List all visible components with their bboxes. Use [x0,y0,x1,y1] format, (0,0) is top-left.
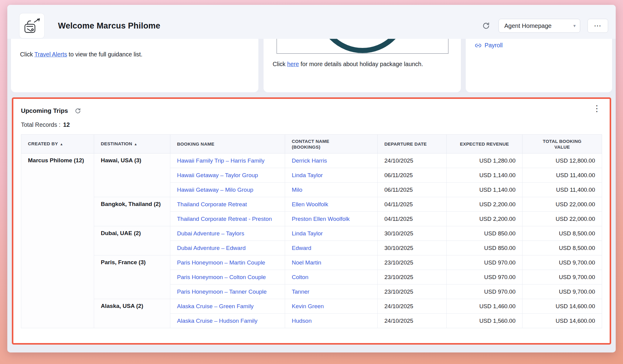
booking-link[interactable]: Alaska Cruise – Hudson Family [177,318,257,324]
booking-link[interactable]: Thailand Corporate Retreat [177,201,247,207]
expected-revenue-cell: USD 1,560.00 [447,314,523,328]
table-row: Dubai, UAE (2) Dubai Adventure – Taylors… [21,226,602,241]
col-total-booking-line1: TOTAL BOOKING [543,139,581,144]
total-records-value: 12 [63,121,70,128]
payroll-link[interactable]: Payroll [485,42,503,49]
total-booking-cell: USD 22,000.00 [523,212,602,226]
table-row: Alaska, USA (2) Alaska Cruise – Green Fa… [21,299,602,314]
expected-revenue-cell: USD 1,140.00 [447,168,523,183]
destination-cell: Hawai, USA (3) [94,153,170,197]
travel-alerts-link[interactable]: Travel Alerts [34,51,67,58]
booking-name-cell: Paris Honeymoon – Tanner Couple [170,285,285,299]
created-by-cell: Marcus Philome (12) [21,153,94,328]
booking-link[interactable]: Hawaii Getaway – Taylor Group [177,172,258,178]
booking-link[interactable]: Paris Honeymoon – Martin Couple [177,259,265,266]
total-booking-cell: USD 8,500.00 [523,226,602,241]
travel-alerts-text: Click Travel Alerts to view the full gui… [20,51,142,58]
page-title: Welcome Marcus Philome [58,21,160,31]
departure-date-cell: 23/10/2025 [378,255,447,270]
refresh-icon [482,22,490,30]
contact-link[interactable]: Linda Taylor [292,230,323,237]
link-icon [475,42,482,49]
contact-name-cell: Milo [285,183,378,197]
app-header: Welcome Marcus Philome Agent Homepage ▾ … [7,5,616,39]
payroll-row: Payroll [475,42,503,49]
departure-date-cell: 04/11/2025 [378,212,447,226]
expected-revenue-cell: USD 2,200.00 [447,197,523,212]
col-destination[interactable]: DESTINATION▲ [94,135,170,153]
departure-date-cell: 30/10/2025 [378,241,447,255]
col-total-booking-line2: VALUE [554,144,570,150]
holiday-package-text: Click here for more details about holida… [273,61,423,68]
booking-link[interactable]: Paris Honeymoon – Tanner Couple [177,288,267,295]
total-booking-cell: USD 9,700.00 [523,255,602,270]
col-total-booking-value[interactable]: TOTAL BOOKING VALUE [523,135,602,153]
holiday-text-before: Click [273,61,287,67]
travel-alerts-text-after: to view the full guidance list. [67,51,142,58]
booking-name-cell: Hawaii Getaway – Taylor Group [170,168,285,183]
sort-asc-icon: ▲ [60,142,63,146]
booking-link[interactable]: Hawaii Getaway – Milo Group [177,187,253,193]
table-row: Marcus Philome (12) Hawai, USA (3) Hawai… [21,153,602,168]
booking-link[interactable]: Dubai Adventure – Taylors [177,230,244,237]
total-booking-cell: USD 12,800.00 [523,153,602,168]
col-expected-revenue[interactable]: EXPECTED REVENUE [447,135,523,153]
refresh-icon [75,108,81,114]
kebab-icon: ⋮ [593,104,601,113]
booking-link[interactable]: Dubai Adventure – Edward [177,245,246,251]
contact-link[interactable]: Edward [292,245,311,251]
contact-name-cell: Edward [285,241,378,255]
more-options-button[interactable]: ⋯ [587,19,608,33]
booking-link[interactable]: Thailand Corporate Retreat - Preston [177,216,272,222]
booking-name-cell: Paris Honeymoon – Martin Couple [170,255,285,270]
col-booking-name[interactable]: BOOKING NAME [170,135,285,153]
booking-name-cell: Alaska Cruise – Green Family [170,299,285,314]
contact-name-cell: Colton [285,270,378,285]
contact-link[interactable]: Tanner [292,288,309,295]
expected-revenue-cell: USD 850.00 [447,226,523,241]
holiday-text-after: for more details about holiday package l… [299,61,423,67]
booking-link[interactable]: Hawaii Family Trip – Harris Family [177,157,264,164]
trips-refresh-button[interactable] [73,106,82,115]
holiday-chart-fragment [277,39,448,54]
expected-revenue-cell: USD 1,140.00 [447,183,523,197]
homepage-dropdown-value: Agent Homepage [504,22,552,29]
col-contact-name[interactable]: CONTACT NAME (BOOKINGS) [285,135,378,153]
contact-name-cell: Kevin Green [285,299,378,314]
total-booking-cell: USD 9,700.00 [523,285,602,299]
col-created-by[interactable]: CREATED BY▲ [21,135,94,153]
ellipsis-icon: ⋯ [594,22,602,30]
contact-link[interactable]: Milo [292,187,302,193]
homepage-dropdown[interactable]: Agent Homepage ▾ [499,19,580,33]
contact-name-cell: Hudson [285,314,378,328]
upcoming-trips-title: Upcoming Trips [21,107,68,114]
contact-link[interactable]: Noel Martin [292,259,321,266]
contact-link[interactable]: Ellen Woolfolk [292,201,328,207]
col-destination-label: DESTINATION [101,141,132,146]
contact-link[interactable]: Colton [292,274,308,280]
contact-link[interactable]: Hudson [292,318,312,324]
refresh-button[interactable] [481,21,491,31]
contact-name-cell: Tanner [285,285,378,299]
departure-date-cell: 24/10/2025 [378,314,447,328]
contact-link[interactable]: Kevin Green [292,303,324,309]
donut-chart-arc [317,39,408,53]
destination-cell: Alaska, USA (2) [94,299,170,328]
table-header-row: CREATED BY▲ DESTINATION▲ BOOKING NAME CO… [21,135,602,153]
sort-asc-icon: ▲ [134,142,137,146]
trips-kebab-menu[interactable]: ⋮ [590,103,604,114]
contact-link[interactable]: Linda Taylor [292,172,323,178]
booking-link[interactable]: Alaska Cruise – Green Family [177,303,254,309]
departure-date-cell: 24/10/2025 [378,299,447,314]
col-departure-date[interactable]: DEPARTURE DATE [378,135,447,153]
expected-revenue-cell: USD 970.00 [447,270,523,285]
contact-name-cell: Derrick Harris [285,153,378,168]
contact-link[interactable]: Derrick Harris [292,157,327,164]
holiday-details-link[interactable]: here [287,61,299,67]
total-records-label: Total Records : [21,121,60,128]
contact-link[interactable]: Preston Ellen Woolfolk [292,216,350,222]
booking-name-cell: Dubai Adventure – Taylors [170,226,285,241]
departure-date-cell: 30/10/2025 [378,226,447,241]
booking-link[interactable]: Paris Honeymoon – Colton Couple [177,274,266,280]
col-contact-name-line1: CONTACT NAME [292,139,329,144]
